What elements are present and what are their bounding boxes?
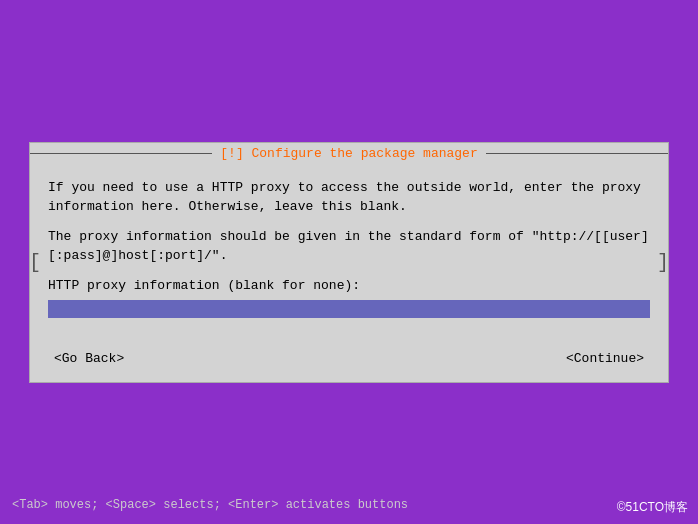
dialog-title: [!] Configure the package manager (212, 146, 485, 161)
proxy-input-area: HTTP proxy information (blank for none): (48, 276, 650, 319)
continue-button[interactable]: <Continue> (560, 349, 650, 368)
dialog-buttons: <Go Back> <Continue> (30, 345, 668, 372)
dialog-title-bar: [!] Configure the package manager (30, 143, 668, 164)
bottom-hint: <Tab> moves; <Space> selects; <Enter> ac… (12, 498, 408, 512)
title-line-left (30, 153, 212, 154)
proxy-input[interactable] (48, 300, 650, 318)
screen: [ ] [!] Configure the package manager If… (0, 0, 698, 524)
left-bracket: [ (29, 251, 41, 274)
title-line-right (486, 153, 668, 154)
paragraph2: The proxy information should be given in… (48, 227, 650, 266)
right-bracket: ] (657, 251, 669, 274)
proxy-input-label: HTTP proxy information (blank for none): (48, 276, 650, 296)
watermark: ©51CTO博客 (617, 499, 688, 516)
go-back-button[interactable]: <Go Back> (48, 349, 130, 368)
dialog-content: If you need to use a HTTP proxy to acces… (30, 172, 668, 341)
paragraph1: If you need to use a HTTP proxy to acces… (48, 178, 650, 217)
dialog-container: [ ] [!] Configure the package manager If… (29, 142, 669, 383)
